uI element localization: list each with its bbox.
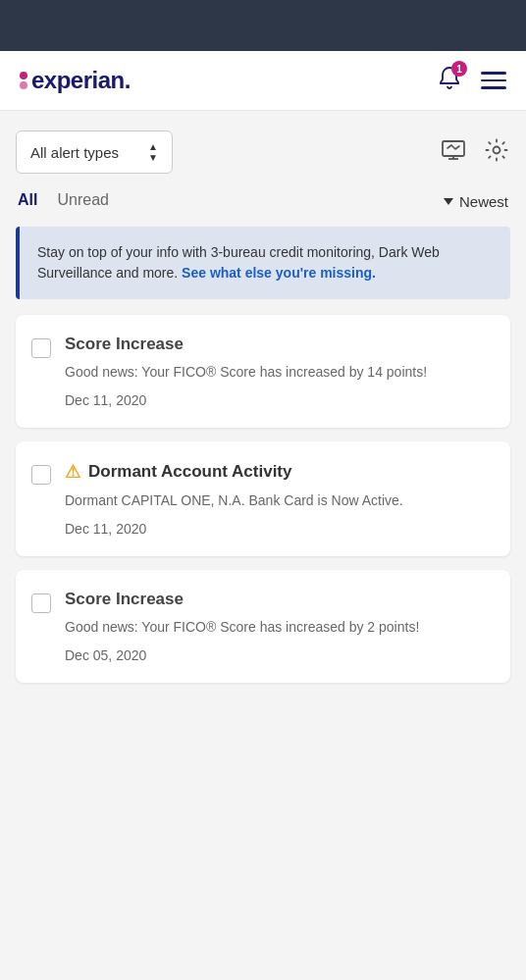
alert-card-1: Score Increase Good news: Your FICO® Sco… — [16, 315, 510, 428]
sort-label: Newest — [459, 193, 508, 210]
main-content: All alert types ▲ ▼ — [0, 111, 526, 716]
sort-arrow-icon — [444, 198, 453, 205]
select-arrows-icon: ▲ ▼ — [148, 141, 158, 163]
filter-row: All alert types ▲ ▼ — [16, 130, 510, 174]
notification-badge: 1 — [451, 61, 467, 77]
promo-link[interactable]: See what else you're missing. — [182, 265, 376, 281]
settings-icon-button[interactable] — [483, 136, 510, 168]
hamburger-line-3 — [481, 86, 506, 89]
card-title-2: ⚠ Dormant Account Activity — [65, 461, 491, 483]
hamburger-line-1 — [481, 72, 506, 75]
hamburger-menu-button[interactable] — [481, 72, 506, 89]
logo-icon — [20, 72, 27, 89]
svg-rect-0 — [443, 141, 464, 156]
logo-dot-top — [20, 72, 27, 79]
tab-unread[interactable]: Unread — [57, 191, 108, 211]
header-right: 1 — [436, 65, 506, 96]
screen-icon — [440, 136, 467, 164]
card-date-3: Dec 05, 2020 — [65, 647, 491, 663]
promo-banner: Stay on top of your info with 3-bureau c… — [16, 227, 510, 299]
alert-checkbox-3[interactable] — [31, 593, 51, 613]
alert-card-3: Score Increase Good news: Your FICO® Sco… — [16, 570, 510, 683]
card-content-1: Score Increase Good news: Your FICO® Sco… — [65, 335, 491, 408]
hamburger-line-2 — [481, 79, 506, 82]
card-date-1: Dec 11, 2020 — [65, 392, 491, 408]
alert-checkbox-2[interactable] — [31, 465, 51, 485]
logo: experian. — [20, 67, 131, 94]
card-content-2: ⚠ Dormant Account Activity Dormant CAPIT… — [65, 461, 491, 537]
filter-icons — [440, 136, 510, 168]
alert-card-2: ⚠ Dormant Account Activity Dormant CAPIT… — [16, 441, 510, 556]
card-content-3: Score Increase Good news: Your FICO® Sco… — [65, 590, 491, 663]
alerts-list: Score Increase Good news: Your FICO® Sco… — [16, 315, 510, 683]
screen-icon-button[interactable] — [440, 136, 467, 168]
gear-icon — [483, 136, 510, 164]
alert-checkbox-1[interactable] — [31, 338, 51, 358]
top-bar — [0, 0, 526, 51]
header: experian. 1 — [0, 51, 526, 111]
alert-type-dropdown[interactable]: All alert types ▲ ▼ — [16, 130, 173, 174]
tabs-row: All Unread Newest — [16, 191, 510, 211]
card-body-3: Good news: Your FICO® Score has increase… — [65, 617, 491, 638]
notification-bell-button[interactable]: 1 — [436, 65, 463, 96]
tab-all[interactable]: All — [18, 191, 37, 211]
warning-triangle-icon: ⚠ — [65, 461, 80, 483]
card-title-text-2: Dormant Account Activity — [88, 462, 292, 482]
alert-type-label: All alert types — [30, 144, 138, 161]
svg-point-3 — [494, 147, 500, 154]
card-title-1: Score Increase — [65, 335, 491, 354]
tabs-left: All Unread — [18, 191, 109, 211]
card-body-1: Good news: Your FICO® Score has increase… — [65, 362, 491, 383]
sort-button[interactable]: Newest — [444, 193, 508, 210]
logo-text: experian. — [31, 67, 131, 94]
card-title-3: Score Increase — [65, 590, 491, 609]
card-body-2: Dormant CAPITAL ONE, N.A. Bank Card is N… — [65, 490, 491, 511]
logo-dot-bottom — [20, 81, 27, 89]
card-date-2: Dec 11, 2020 — [65, 521, 491, 537]
